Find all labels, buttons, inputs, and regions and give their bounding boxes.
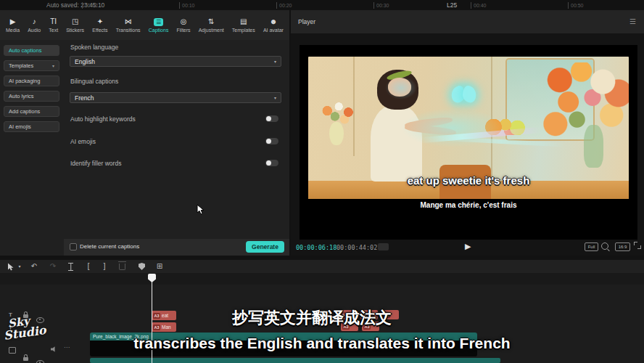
tab-label: Audio bbox=[28, 28, 41, 33]
tab-label: Transitions bbox=[116, 28, 141, 33]
tab-ai-avatar[interactable]: ☻AI avatar bbox=[263, 17, 284, 33]
tab-audio[interactable]: ♪Audio bbox=[28, 17, 41, 33]
video-caption-french: Mange ma chérie, c'est frais bbox=[300, 201, 637, 209]
tab-text[interactable]: TIText bbox=[49, 17, 58, 33]
tab-captions[interactable]: ☰Captions bbox=[149, 18, 169, 33]
text-icon: TI bbox=[50, 17, 57, 26]
spoken-language-value: English bbox=[75, 58, 95, 65]
select-tool-icon[interactable] bbox=[7, 263, 15, 271]
tab-effects[interactable]: ✦Effects bbox=[92, 17, 107, 33]
ruler-tick: 00:30 bbox=[373, 2, 389, 9]
timeline-ruler[interactable] bbox=[0, 273, 644, 285]
ruler-tick: 00:20 bbox=[276, 2, 292, 9]
timeline-toolbar: ▾ ↶ ↷ [ ] ⊞ bbox=[0, 260, 644, 273]
tab-media[interactable]: ▶Media bbox=[6, 17, 20, 33]
tab-label: AI avatar bbox=[263, 28, 284, 33]
player-title: Player bbox=[298, 18, 315, 25]
sidebar-item-ai-packaging[interactable]: AI packaging bbox=[4, 76, 59, 86]
redo-icon[interactable]: ↷ bbox=[44, 260, 62, 273]
sidebar-item-ai-emojis[interactable]: AI emojis bbox=[4, 121, 59, 132]
undo-icon[interactable]: ↶ bbox=[25, 260, 44, 273]
media-toolbar: ▶Media ♪Audio TIText ◳Stickers ✦Effects … bbox=[0, 10, 289, 40]
sidebar-item-auto-captions[interactable]: Auto captions bbox=[4, 45, 59, 56]
chevron-down-icon: ▾ bbox=[274, 59, 276, 64]
ruler-tick: 00:10 bbox=[179, 2, 195, 9]
scene-face-glow bbox=[385, 76, 417, 99]
sidebar-item-add-captions[interactable]: Add captions bbox=[4, 106, 59, 117]
tab-transitions[interactable]: ⋈Transitions bbox=[116, 17, 141, 33]
sidebar-item-label: Auto lyrics bbox=[9, 93, 34, 99]
delete-captions-checkbox[interactable] bbox=[70, 243, 77, 250]
tab-stickers[interactable]: ◳Stickers bbox=[66, 17, 84, 33]
ruler-tick: 00:50 bbox=[568, 2, 584, 9]
tab-label: Media bbox=[6, 28, 20, 33]
trim-right-icon[interactable]: ] bbox=[96, 260, 112, 273]
ai-emojis-toggle[interactable] bbox=[265, 138, 278, 144]
overlay-track-icon[interactable]: ⊞ bbox=[152, 260, 168, 273]
preview-zoom-icon[interactable] bbox=[601, 242, 608, 250]
fullscreen-icon[interactable] bbox=[634, 242, 641, 249]
delete-captions-label: Delete current captions bbox=[80, 243, 139, 250]
tab-adjustment[interactable]: ⇅Adjustment bbox=[199, 17, 224, 33]
aspect-ratio-button[interactable]: 16:9 bbox=[615, 242, 630, 251]
full-preview-button[interactable]: Full bbox=[585, 242, 598, 251]
tab-templates[interactable]: ▤Templates bbox=[232, 17, 255, 33]
tab-label: Text bbox=[49, 28, 58, 33]
stickers-icon: ◳ bbox=[72, 17, 78, 26]
delete-icon[interactable] bbox=[119, 264, 125, 270]
video-preview-image: eat up sweetie it's fresh bbox=[308, 57, 629, 199]
player-header bbox=[291, 10, 644, 33]
sidebar-item-templates[interactable]: Templates▾ bbox=[4, 60, 59, 71]
scene-vase-left bbox=[329, 122, 344, 144]
effects-icon: ✦ bbox=[97, 17, 103, 26]
bilingual-language-select[interactable]: French ▾ bbox=[70, 92, 281, 103]
mask-icon[interactable] bbox=[139, 263, 145, 270]
transitions-icon: ⋈ bbox=[125, 17, 132, 26]
video-preview-frame: eat up sweetie it's fresh Mange ma chéri… bbox=[300, 45, 637, 240]
spoken-language-select[interactable]: English ▾ bbox=[70, 56, 281, 67]
sidebar-item-label: AI emojis bbox=[9, 123, 31, 130]
ruler-tick: 00:00 bbox=[82, 2, 98, 9]
audio-icon: ♪ bbox=[33, 17, 36, 26]
generate-button[interactable]: Generate bbox=[246, 241, 284, 253]
play-button[interactable]: ▶ bbox=[465, 242, 471, 251]
video-caption-english: eat up sweetie it's fresh bbox=[308, 174, 629, 187]
trim-left-icon[interactable]: [ bbox=[80, 260, 96, 273]
overlay-subtitle-chinese: 抄写英文并翻译成法文 bbox=[0, 307, 624, 329]
lock-icon[interactable] bbox=[23, 357, 28, 361]
mouse-cursor bbox=[197, 204, 205, 216]
spoken-language-label: Spoken language bbox=[70, 44, 118, 51]
bilingual-captions-label: Bilingual captions bbox=[70, 78, 118, 85]
player-menu-icon[interactable]: ☰ bbox=[629, 17, 636, 25]
tab-label: Adjustment bbox=[199, 28, 224, 33]
chevron-down-icon: ▾ bbox=[52, 63, 54, 68]
timecode-total: 00:00:44:02 bbox=[337, 244, 377, 251]
filters-icon: ◎ bbox=[181, 17, 187, 26]
identify-filler-words-label: Identify filler words bbox=[70, 160, 121, 167]
sidebar-item-auto-lyrics[interactable]: Auto lyrics bbox=[4, 91, 59, 102]
player-option-chip[interactable] bbox=[378, 243, 389, 250]
templates-icon: ▤ bbox=[240, 17, 247, 26]
scene-vase-right bbox=[584, 125, 603, 168]
tab-label: Stickers bbox=[66, 28, 84, 33]
tab-label: Templates bbox=[232, 28, 255, 33]
ai-emojis-label: AI emojis bbox=[70, 138, 96, 145]
ruler-tick: 00:40 bbox=[471, 2, 487, 9]
window-title: L25 bbox=[447, 1, 457, 9]
sidebar-item-label: Auto captions bbox=[9, 47, 41, 54]
sidebar-item-label: AI packaging bbox=[9, 78, 40, 84]
tab-label: Effects bbox=[92, 28, 107, 33]
auto-highlight-toggle[interactable] bbox=[265, 115, 278, 122]
adjustment-icon: ⇅ bbox=[208, 17, 214, 26]
timecode-current: 00:00:06:18 bbox=[296, 244, 337, 251]
split-icon[interactable] bbox=[68, 263, 73, 271]
chevron-down-icon: ▾ bbox=[274, 95, 276, 100]
select-tool-chevron-icon[interactable]: ▾ bbox=[15, 260, 25, 273]
visibility-icon[interactable] bbox=[36, 360, 44, 363]
captions-icon: ☰ bbox=[154, 18, 163, 26]
tab-label: Captions bbox=[149, 28, 169, 33]
overlay-subtitle-english: transcribes the English and translates i… bbox=[0, 335, 644, 352]
butterfly-hologram bbox=[451, 86, 476, 102]
identify-filler-words-toggle[interactable] bbox=[265, 160, 278, 166]
tab-filters[interactable]: ◎Filters bbox=[177, 17, 191, 33]
